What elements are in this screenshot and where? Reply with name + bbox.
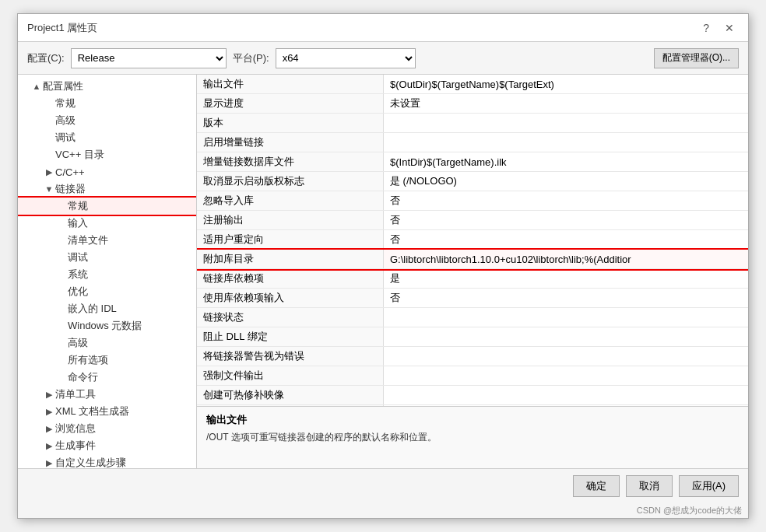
sidebar-label-debug: 调试 — [55, 131, 76, 145]
sidebar-label-config-props: 配置属性 — [43, 79, 83, 93]
prop-row-12[interactable]: 链接状态 — [197, 308, 748, 327]
prop-name-14: 将链接器警告视为错误 — [197, 347, 384, 366]
sidebar-item-manifest-tool[interactable]: ▶清单工具 — [18, 386, 196, 403]
sidebar-item-custom-step[interactable]: ▶自定义生成步骤 — [18, 454, 196, 468]
sidebar-label-advanced: 高级 — [55, 114, 76, 128]
sidebar-label-build-events: 生成事件 — [55, 439, 96, 453]
sidebar-item-config-props[interactable]: ▲配置属性 — [18, 78, 196, 95]
tree-toggle-linker[interactable]: ▼ — [43, 184, 55, 194]
prop-row-4[interactable]: 增量链接数据库文件$(IntDir)$(TargetName).ilk — [197, 152, 748, 172]
sidebar-item-linker-input[interactable]: 输入 — [18, 215, 196, 232]
sidebar-item-advanced[interactable]: 高级 — [18, 112, 196, 129]
tree-toggle-xml-gen[interactable]: ▶ — [43, 407, 55, 417]
sidebar-item-cpp[interactable]: ▶C/C++ — [18, 163, 196, 180]
main-area: ▲配置属性常规高级调试VC++ 目录▶C/C++▼链接器常规输入清单文件调试系统… — [18, 75, 748, 468]
prop-name-0: 输出文件 — [197, 75, 384, 93]
sidebar-item-debug[interactable]: 调试 — [18, 129, 196, 146]
config-manager-button[interactable]: 配置管理器(O)... — [654, 48, 739, 68]
prop-row-3[interactable]: 启用增量链接 — [197, 133, 748, 152]
config-label: 配置(C): — [27, 51, 65, 65]
sidebar-item-linker-winmeta[interactable]: Windows 元数据 — [18, 317, 196, 334]
prop-row-11[interactable]: 使用库依赖项输入否 — [197, 289, 748, 308]
sidebar-label-linker-idl: 嵌入的 IDL — [68, 302, 117, 316]
sidebar-label-linker-advanced: 高级 — [68, 336, 88, 350]
apply-button[interactable]: 应用(A) — [679, 475, 739, 497]
dialog-title: Project1 属性页 — [27, 21, 97, 35]
sidebar-item-linker[interactable]: ▼链接器 — [18, 180, 196, 198]
title-bar-buttons: ? ✕ — [698, 20, 739, 36]
prop-value-0: $(OutDir)$(TargetName)$(TargetExt) — [384, 75, 748, 93]
prop-row-13[interactable]: 阻止 DLL 绑定 — [197, 327, 748, 347]
prop-row-9[interactable]: 附加库目录G:\libtorch\libtorch1.10.0+cu102\li… — [197, 250, 748, 269]
cancel-button[interactable]: 取消 — [626, 475, 673, 497]
prop-value-5: 是 (/NOLOGO) — [384, 172, 748, 191]
tree-toggle-build-events[interactable]: ▶ — [43, 441, 55, 451]
tree-toggle-manifest-tool[interactable]: ▶ — [43, 390, 55, 400]
prop-value-9: G:\libtorch\libtorch1.10.0+cu102\libtorc… — [384, 250, 748, 268]
prop-name-15: 强制文件输出 — [197, 366, 384, 385]
sidebar-item-linker-idl[interactable]: 嵌入的 IDL — [18, 300, 196, 317]
sidebar-label-linker-cmdline: 命令行 — [68, 370, 98, 384]
sidebar-item-browser-info[interactable]: ▶浏览信息 — [18, 420, 196, 437]
content-area: 输出文件$(OutDir)$(TargetName)$(TargetExt)显示… — [197, 75, 748, 468]
help-button[interactable]: ? — [698, 20, 714, 36]
sidebar-item-general[interactable]: 常规 — [18, 95, 196, 112]
tree-toggle-config-props[interactable]: ▲ — [30, 82, 43, 91]
prop-row-10[interactable]: 链接库依赖项是 — [197, 269, 748, 289]
config-select[interactable]: Release — [71, 48, 227, 68]
prop-name-5: 取消显示启动版权标志 — [197, 172, 384, 191]
sidebar-item-linker-all[interactable]: 所有选项 — [18, 352, 196, 369]
prop-row-6[interactable]: 忽略导入库否 — [197, 191, 748, 211]
prop-value-16 — [384, 386, 748, 404]
sidebar-item-vc-dir[interactable]: VC++ 目录 — [18, 146, 196, 163]
prop-name-11: 使用库依赖项输入 — [197, 289, 384, 307]
prop-row-7[interactable]: 注册输出否 — [197, 211, 748, 230]
prop-row-15[interactable]: 强制文件输出 — [197, 366, 748, 386]
sidebar-item-linker-advanced[interactable]: 高级 — [18, 334, 196, 352]
sidebar-label-linker: 链接器 — [55, 182, 86, 196]
sidebar-label-linker-system: 系统 — [68, 268, 88, 282]
prop-row-2[interactable]: 版本 — [197, 114, 748, 133]
tree-toggle-custom-step[interactable]: ▶ — [43, 458, 55, 468]
sidebar-label-linker-general: 常规 — [68, 199, 88, 213]
prop-row-14[interactable]: 将链接器警告视为错误 — [197, 347, 748, 366]
tree-toggle-browser-info[interactable]: ▶ — [43, 424, 55, 434]
ok-button[interactable]: 确定 — [573, 475, 620, 497]
prop-name-8: 适用户重定向 — [197, 230, 384, 249]
prop-name-9: 附加库目录 — [197, 250, 384, 268]
sidebar-label-custom-step: 自定义生成步骤 — [55, 456, 126, 468]
prop-name-6: 忽略导入库 — [197, 191, 384, 210]
prop-row-8[interactable]: 适用户重定向否 — [197, 230, 748, 250]
sidebar-item-linker-opt[interactable]: 优化 — [18, 283, 196, 300]
prop-value-11: 否 — [384, 289, 748, 307]
prop-row-1[interactable]: 显示进度未设置 — [197, 94, 748, 114]
prop-value-10: 是 — [384, 269, 748, 288]
title-bar: Project1 属性页 ? ✕ — [18, 14, 748, 42]
prop-value-1: 未设置 — [384, 94, 748, 113]
prop-name-4: 增量链接数据库文件 — [197, 152, 384, 171]
sidebar-item-linker-debug[interactable]: 调试 — [18, 249, 196, 266]
prop-row-16[interactable]: 创建可热修补映像 — [197, 386, 748, 405]
prop-value-3 — [384, 133, 748, 152]
prop-value-8: 否 — [384, 230, 748, 249]
sidebar-item-linker-manifest[interactable]: 清单文件 — [18, 232, 196, 249]
sidebar-item-linker-general[interactable]: 常规 — [18, 198, 196, 215]
tree-toggle-cpp[interactable]: ▶ — [43, 167, 55, 177]
sidebar-label-linker-manifest: 清单文件 — [68, 233, 108, 247]
prop-row-0[interactable]: 输出文件$(OutDir)$(TargetName)$(TargetExt) — [197, 75, 748, 94]
sidebar-item-xml-gen[interactable]: ▶XML 文档生成器 — [18, 403, 196, 420]
sidebar-label-xml-gen: XML 文档生成器 — [55, 404, 129, 418]
platform-select[interactable]: x64 — [276, 48, 416, 68]
tree-container: ▲配置属性常规高级调试VC++ 目录▶C/C++▼链接器常规输入清单文件调试系统… — [18, 78, 196, 468]
description-area: 输出文件 /OUT 选项可重写链接器创建的程序的默认名称和位置。 — [197, 406, 748, 468]
sidebar-item-linker-system[interactable]: 系统 — [18, 266, 196, 283]
prop-value-4: $(IntDir)$(TargetName).ilk — [384, 152, 748, 171]
prop-value-2 — [384, 114, 748, 132]
prop-row-5[interactable]: 取消显示启动版权标志是 (/NOLOGO) — [197, 172, 748, 191]
prop-name-7: 注册输出 — [197, 211, 384, 229]
sidebar-item-linker-cmdline[interactable]: 命令行 — [18, 369, 196, 386]
sidebar-label-vc-dir: VC++ 目录 — [55, 148, 104, 162]
sidebar-item-build-events[interactable]: ▶生成事件 — [18, 437, 196, 454]
close-button[interactable]: ✕ — [720, 20, 739, 36]
toolbar: 配置(C): Release 平台(P): x64 配置管理器(O)... — [18, 42, 748, 75]
